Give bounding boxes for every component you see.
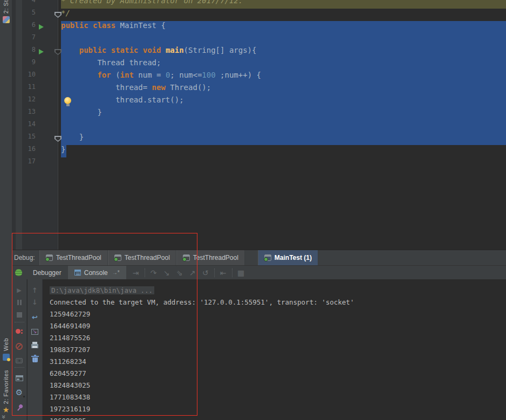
debugger-toolbar: DebuggerConsole→* ⇥↷↘⇘↗↺⇤▦ [12, 265, 506, 279]
console-line: 1988377207 [50, 344, 90, 356]
line-number: 7 [12, 33, 36, 46]
code-token: 100 [202, 71, 215, 79]
code-line: thread= new Thread(); [61, 83, 211, 95]
code-token: thread= [61, 83, 152, 92]
code-token [61, 46, 79, 54]
code-token: main [166, 46, 184, 54]
soft-wrap-icon: ↩ [32, 313, 38, 321]
sidebar-item-favorites[interactable]: 2: Favorites ★ [0, 370, 12, 414]
debug-tab-icon [114, 254, 121, 261]
print-icon [31, 344, 38, 348]
code-token: */ [61, 9, 70, 17]
up-stack-trace-button[interactable]: ↑ [30, 285, 40, 295]
debug-side-toolbar: ▶⚙ [12, 279, 27, 420]
debug-tab-icon [183, 254, 190, 261]
stop-button[interactable] [15, 310, 24, 320]
restore-layout-button[interactable] [15, 373, 24, 383]
stepping-toolbar: ⇥↷↘⇘↗↺⇤▦ [129, 266, 248, 279]
console-line: 620459277 [50, 368, 86, 380]
console-line: 196098985 [50, 415, 86, 420]
run-to-cursor-icon[interactable]: ⇤ [217, 268, 230, 277]
down-stack-trace-button[interactable]: ↓ [30, 297, 40, 307]
console-line: Connected to the target VM, address: '12… [50, 297, 354, 308]
console-line: 1824843025 [50, 380, 90, 391]
print-button[interactable] [30, 340, 40, 349]
debug-tab-icon [46, 254, 53, 261]
structure-icon [3, 16, 10, 23]
sidebar-item-web[interactable]: Web [0, 338, 12, 361]
code-line: public static void main(String[] args){ [61, 46, 256, 58]
debug-session-tab[interactable]: MainTest (1) [258, 250, 318, 265]
line-number: 16 [12, 145, 36, 157]
web-icon [3, 354, 10, 361]
toolbar-separator [214, 268, 215, 277]
pause-icon [17, 300, 22, 305]
debug-session-tab[interactable]: TestThreadPool [39, 250, 108, 265]
tab-label: TestThreadPool [56, 254, 101, 261]
debug-session-tab[interactable]: TestThreadPool [176, 250, 245, 265]
console-output[interactable]: D:\java\jdk8\bin\java ...Connected to th… [43, 279, 506, 420]
code-editor[interactable]: 4* Created by Administrator on 2017/7/12… [12, 0, 506, 250]
view-breakpoints-button[interactable] [15, 327, 24, 336]
debug-tabbar: Debug: TestThreadPoolTestThreadPoolTestT… [12, 250, 506, 265]
mute-breakpoints-icon [16, 343, 23, 350]
code-token: new [152, 83, 166, 92]
pin-tab-icon [14, 402, 25, 413]
toolbar-separator [15, 322, 24, 322]
code-token: ;num++) { [216, 71, 261, 79]
clear-all-button[interactable] [30, 354, 40, 363]
settings-button[interactable]: ⚙ [15, 388, 24, 397]
left-tool-stripe: 2: St Web 2: Favorites ★ » [0, 0, 12, 420]
line-number: 14 [12, 120, 36, 133]
console-line: 2114875526 [50, 332, 90, 344]
step-over-icon[interactable]: ↷ [147, 268, 160, 277]
code-line: } [61, 108, 102, 120]
pause-button[interactable] [15, 298, 24, 307]
favorites-label: 2: Favorites [3, 370, 9, 404]
line-number: 8 [12, 46, 36, 58]
run-gutter-icon[interactable] [39, 49, 44, 54]
tab-console[interactable]: Console→* [68, 266, 126, 279]
clear-all-icon [32, 357, 38, 362]
scroll-to-end-button[interactable] [30, 327, 40, 336]
line-number: 17 [12, 157, 36, 170]
evaluate-expression-icon[interactable]: ▦ [235, 268, 248, 277]
code-token: Thread(); [166, 83, 211, 92]
force-step-into-icon[interactable]: ⇘ [173, 268, 186, 277]
step-out-icon[interactable]: ↗ [186, 268, 199, 277]
debug-title: Debug: [12, 250, 39, 265]
code-token: } [61, 145, 65, 154]
code-line: thread.start(); [61, 95, 184, 108]
pin-tab-button[interactable] [15, 403, 24, 412]
ide-window: 2: St Web 2: Favorites ★ » 4* Created by… [0, 0, 506, 420]
code-token: public static void [79, 46, 166, 54]
code-line: Thread thread; [61, 58, 161, 71]
step-into-icon[interactable]: ↘ [160, 268, 173, 277]
code-token: ; num<= [170, 71, 202, 79]
debug-session-tab[interactable]: TestThreadPool [108, 250, 176, 265]
view-breakpoints-icon [16, 328, 23, 335]
resume-button[interactable]: ▶ [15, 285, 24, 295]
sidebar-item-structure[interactable]: 2: St [0, 0, 12, 23]
code-line: * Created by Administrator on 2017/7/12. [61, 0, 243, 9]
code-token: thread.start(); [61, 95, 184, 104]
toolbar-separator [145, 268, 145, 277]
drop-frame-icon[interactable]: ↺ [199, 268, 212, 277]
console-line: 1771083438 [50, 391, 90, 403]
thread-dump-button[interactable] [15, 356, 24, 366]
code-token: (String[] args){ [184, 46, 257, 54]
console-line: 1259462729 [50, 308, 90, 320]
soft-wrap-button[interactable]: ↩ [30, 312, 40, 322]
stop-icon [17, 312, 22, 318]
stripe-overflow-chevron[interactable]: » [0, 415, 8, 419]
line-number: 5 [12, 9, 36, 21]
run-gutter-icon[interactable] [39, 24, 44, 30]
view-tabs: DebuggerConsole→* [26, 266, 126, 279]
debug-tool-window: Debug: TestThreadPoolTestThreadPoolTestT… [12, 250, 506, 420]
show-execution-point-icon[interactable]: ⇥ [129, 268, 142, 277]
mute-breakpoints-button[interactable] [15, 341, 24, 351]
tab-debugger[interactable]: Debugger [26, 266, 68, 279]
code-token: MainTest { [120, 21, 166, 30]
restore-layout-icon [16, 375, 23, 381]
tab-label: TestThreadPool [193, 254, 238, 261]
